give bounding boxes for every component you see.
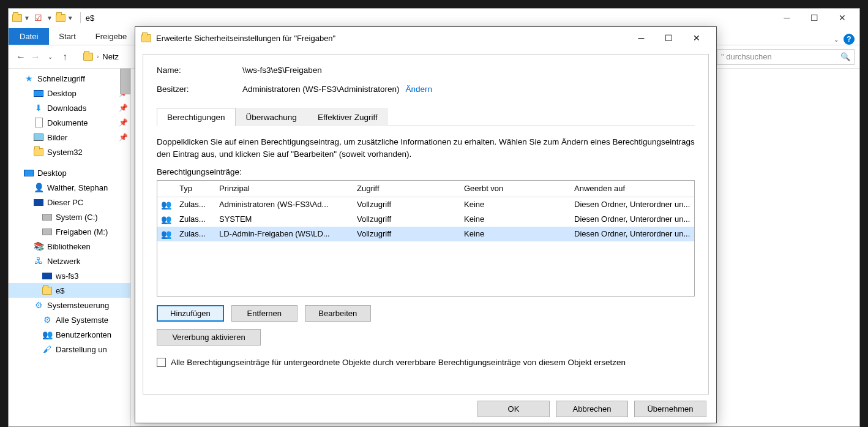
chevron-down-icon[interactable]: ▼: [67, 15, 73, 21]
network-icon: 🖧: [33, 255, 44, 266]
cell-type: Zulas...: [176, 214, 215, 224]
tree-item[interactable]: Desktop📌: [9, 86, 130, 100]
cell-apply: Diesen Ordner, Unterordner un...: [571, 229, 694, 238]
cell-inherited: Keine: [460, 214, 571, 224]
edit-button[interactable]: Bearbeiten: [305, 305, 371, 322]
tree-label: e$: [56, 286, 64, 295]
scrollbar-thumb[interactable]: [120, 69, 130, 94]
tree-item[interactable]: ⚙Systemsteuerung: [9, 298, 130, 312]
minimize-button[interactable]: ─: [627, 29, 655, 47]
tree-item[interactable]: System32: [9, 145, 130, 159]
col-principal[interactable]: Prinzipal: [215, 184, 353, 193]
dialog-titlebar[interactable]: Erweiterte Sicherheitseinstellungen für …: [135, 27, 716, 49]
add-button[interactable]: Hinzufügen: [157, 305, 224, 322]
navigation-pane[interactable]: ★Schnellzugriff Desktop📌 ⬇Downloads📌 Dok…: [9, 69, 131, 426]
cell-type: Zulas...: [176, 200, 215, 209]
col-type[interactable]: Typ: [176, 184, 215, 193]
table-row-selected[interactable]: 👥 Zulas... LD-Admin-Freigaben (WS\LD... …: [157, 227, 694, 241]
close-button[interactable]: ✕: [683, 29, 710, 47]
control-panel-icon: ⚙: [33, 300, 44, 311]
change-owner-link[interactable]: Ändern: [406, 85, 433, 94]
cell-access: Vollzugriff: [353, 229, 460, 238]
chevron-down-icon[interactable]: ⌄: [834, 36, 839, 43]
search-input[interactable]: " durchsuchen 🔍: [717, 49, 855, 65]
folder-icon: [141, 34, 151, 42]
search-placeholder: " durchsuchen: [721, 52, 772, 61]
tree-label: Freigaben (M:): [56, 227, 108, 236]
remove-button[interactable]: Entfernen: [231, 305, 297, 322]
tree-label: Desktop: [47, 89, 77, 98]
tree-item[interactable]: 🖧Netzwerk: [9, 254, 130, 268]
tree-item[interactable]: 📚Bibliotheken: [9, 239, 130, 254]
tree-item[interactable]: System (C:): [9, 210, 130, 224]
tree-label: System32: [47, 148, 83, 157]
ok-button[interactable]: OK: [477, 401, 550, 417]
back-button[interactable]: ←: [13, 51, 28, 62]
minimize-button[interactable]: ─: [773, 9, 801, 26]
tree-item[interactable]: Bilder📌: [9, 130, 130, 145]
users-icon: 👥: [42, 329, 53, 340]
tree-label: Alle Systemste: [56, 316, 108, 325]
pin-icon: 📌: [119, 133, 128, 142]
help-icon[interactable]: ?: [844, 34, 855, 45]
cell-apply: Diesen Ordner, Unterordner un...: [571, 200, 694, 209]
up-button[interactable]: ↑: [58, 51, 72, 62]
address-bar[interactable]: › Netz: [77, 52, 122, 61]
chevron-down-icon[interactable]: ▼: [24, 15, 30, 21]
tree-item[interactable]: ⚙Alle Systemste: [9, 312, 130, 327]
library-icon: 📚: [33, 241, 44, 252]
ribbon-tab-share[interactable]: Freigebe: [86, 28, 137, 45]
tree-item[interactable]: 🖌Darstellung un: [9, 342, 130, 357]
breadcrumb[interactable]: Netz: [99, 52, 122, 61]
cell-type: Zulas...: [176, 229, 215, 238]
permissions-table: Typ Prinzipal Zugriff Geerbt von Anwende…: [157, 180, 695, 297]
name-value: \\ws-fs3\e$\Freigaben: [242, 66, 322, 75]
tab-permissions[interactable]: Berechtigungen: [157, 108, 236, 126]
col-inherited[interactable]: Geerbt von: [460, 184, 571, 193]
chevron-down-icon[interactable]: ▼: [47, 15, 53, 21]
tree-item[interactable]: 👥Benutzerkonten: [9, 327, 130, 342]
replace-checkbox-row[interactable]: Alle Berechtigungseinträge für untergeor…: [157, 358, 695, 367]
tree-item-selected[interactable]: e$: [9, 283, 130, 298]
folder-icon: [33, 146, 44, 157]
control-panel-icon: ⚙: [42, 314, 53, 325]
drive-icon: [42, 211, 53, 222]
maximize-button[interactable]: ☐: [655, 29, 683, 47]
tree-label: Dokumente: [47, 118, 88, 127]
owner-value: Administratoren (WS-FS3\Administratoren): [242, 85, 400, 94]
tree-label: ws-fs3: [56, 271, 79, 281]
tree-item[interactable]: Freigaben (M:): [9, 224, 130, 239]
drive-icon: [42, 226, 53, 237]
explorer-titlebar: ▼ ☑ ▼ ▼ e$ ─ ☐ ✕: [9, 9, 859, 27]
file-menu[interactable]: Datei: [9, 28, 49, 45]
tab-effective-access[interactable]: Effektiver Zugriff: [307, 108, 388, 126]
tree-item[interactable]: 👤Walther, Stephan: [9, 180, 130, 195]
desktop-icon: [33, 88, 44, 99]
maximize-button[interactable]: ☐: [801, 9, 828, 26]
col-access[interactable]: Zugriff: [353, 184, 460, 193]
enable-inheritance-button[interactable]: Vererbung aktivieren: [157, 329, 261, 346]
folder-icon: [42, 285, 53, 296]
col-apply[interactable]: Anwenden auf: [571, 184, 694, 193]
close-button[interactable]: ✕: [828, 9, 856, 26]
folder-icon: [56, 14, 65, 22]
tree-quick-access[interactable]: ★Schnellzugriff: [9, 71, 130, 86]
ribbon-tab-start[interactable]: Start: [49, 28, 85, 45]
table-header[interactable]: Typ Prinzipal Zugriff Geerbt von Anwende…: [157, 181, 694, 197]
tree-item[interactable]: Dieser PC: [9, 195, 130, 210]
check-icon[interactable]: ☑: [34, 13, 42, 23]
table-row[interactable]: 👥 Zulas... Administratoren (WS-FS3\Ad...…: [157, 197, 694, 212]
cancel-button[interactable]: Abbrechen: [556, 401, 628, 417]
tab-auditing[interactable]: Überwachung: [236, 108, 307, 126]
table-row[interactable]: 👥 Zulas... SYSTEM Vollzugriff Keine Dies…: [157, 212, 694, 227]
tree-item[interactable]: ⬇Downloads📌: [9, 100, 130, 115]
recent-locations[interactable]: ⌄: [43, 53, 58, 60]
separator: [80, 12, 81, 23]
apply-button[interactable]: Übernehmen: [634, 401, 706, 417]
tree-item[interactable]: ws-fs3: [9, 268, 130, 283]
tree-label: Benutzerkonten: [56, 330, 111, 339]
tree-desktop[interactable]: Desktop: [9, 165, 130, 180]
forward-button[interactable]: →: [28, 51, 43, 62]
checkbox[interactable]: [157, 358, 166, 367]
tree-item[interactable]: Dokumente📌: [9, 115, 130, 130]
